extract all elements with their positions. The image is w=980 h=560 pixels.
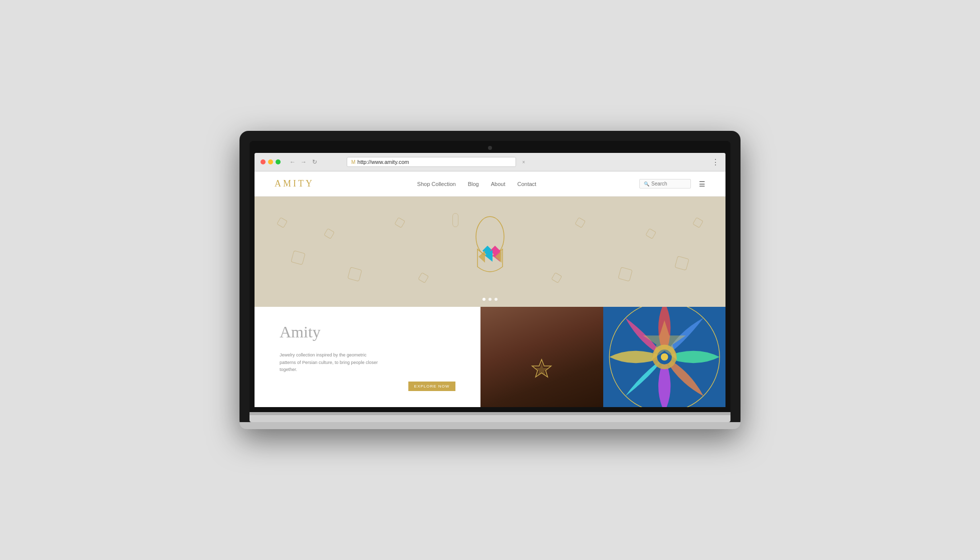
hamburger-icon[interactable]: ☰: [699, 180, 705, 188]
back-button[interactable]: ←: [289, 158, 297, 166]
deco-hex-r2: [674, 256, 689, 270]
deco-hex-r4: [618, 267, 632, 281]
deco-hex-r1: [692, 217, 703, 228]
carousel-dots: [482, 298, 498, 301]
tiles-image-panel: [603, 307, 725, 407]
laptop-bottom: [250, 412, 730, 422]
nav-shop-collection[interactable]: Shop Collection: [417, 181, 456, 187]
deco-hex-1: [277, 217, 288, 228]
deco-hex-4: [347, 267, 362, 281]
hero-banner: [255, 197, 725, 307]
address-bar[interactable]: M http://www.amity.com: [347, 157, 516, 167]
minimize-button[interactable]: [268, 159, 273, 164]
traffic-lights: [261, 159, 281, 164]
site-header: AMITY Shop Collection Blog About Contact…: [255, 171, 725, 197]
deco-hex-3: [324, 228, 335, 239]
search-input[interactable]: [651, 181, 686, 186]
deco-hex-r6: [551, 272, 562, 283]
deco-hex-r3: [645, 228, 656, 239]
browser-window: ← → ↻ M http://www.amity.com × ⋮: [255, 153, 725, 407]
webcam: [488, 146, 492, 150]
refresh-button[interactable]: ↻: [311, 158, 319, 166]
site-nav: Shop Collection Blog About Contact: [417, 181, 537, 187]
earring-image-panel: [480, 307, 603, 407]
browser-chrome: ← → ↻ M http://www.amity.com × ⋮: [255, 153, 725, 171]
content-section: Amity Jewelry collection inspired by the…: [255, 307, 725, 407]
content-title: Amity: [280, 323, 455, 341]
laptop: ← → ↻ M http://www.amity.com × ⋮: [239, 131, 741, 429]
deco-hex-6: [418, 272, 429, 283]
website: AMITY Shop Collection Blog About Contact…: [255, 171, 725, 407]
laptop-base: [239, 422, 741, 429]
forward-button[interactable]: →: [300, 158, 308, 166]
deco-hex-r5: [575, 217, 586, 228]
nav-about[interactable]: About: [491, 181, 506, 187]
close-button[interactable]: [261, 159, 266, 164]
nav-blog[interactable]: Blog: [468, 181, 479, 187]
screen-bezel: ← → ↻ M http://www.amity.com × ⋮: [250, 141, 730, 412]
carousel-dot-2[interactable]: [488, 298, 492, 301]
deco-pendant: [452, 213, 458, 227]
deco-hex-2: [291, 250, 305, 265]
content-text-panel: Amity Jewelry collection inspired by the…: [255, 307, 480, 407]
nav-contact[interactable]: Contact: [517, 181, 536, 187]
browser-nav: ← → ↻: [289, 158, 319, 166]
carousel-dot-1[interactable]: [482, 298, 485, 301]
address-bar-container: M http://www.amity.com ×: [347, 157, 525, 167]
search-bar[interactable]: 🔍: [639, 179, 691, 189]
browser-menu-button[interactable]: ⋮: [711, 157, 719, 167]
address-icon: M: [351, 159, 355, 165]
content-description: Jewelry collection inspired by the geome…: [280, 351, 380, 373]
persian-tiles-svg: [603, 307, 725, 407]
svg-marker-8: [535, 363, 548, 376]
svg-point-13: [660, 353, 668, 361]
necklace-illustration: [467, 212, 513, 292]
site-logo: AMITY: [275, 178, 314, 189]
deco-hex-5: [394, 217, 405, 228]
earring-star-illustration: [529, 357, 554, 382]
search-icon: 🔍: [644, 181, 649, 186]
tab-close-button[interactable]: ×: [522, 159, 525, 165]
content-images: [480, 307, 725, 407]
explore-now-button[interactable]: EXPLORE NOW: [408, 382, 456, 391]
address-text: http://www.amity.com: [357, 159, 409, 165]
laptop-hinge: [250, 412, 730, 415]
maximize-button[interactable]: [276, 159, 281, 164]
carousel-dot-3[interactable]: [495, 298, 498, 301]
